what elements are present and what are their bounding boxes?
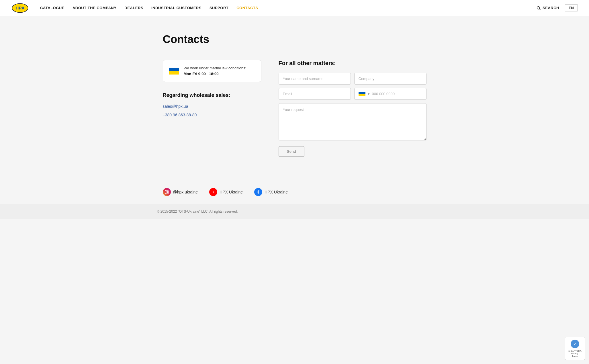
email-input[interactable] [279, 88, 351, 100]
instagram-icon [163, 188, 171, 196]
left-column: We work under martial law conditions: Mo… [163, 60, 261, 157]
svg-text:HPX: HPX [16, 5, 25, 10]
site-footer: @hpx.ukraine HPX Ukraine HPX Ukraine © 2… [0, 180, 589, 219]
phone-wrap: ▾ [354, 88, 426, 100]
instagram-link[interactable]: @hpx.ukraine [163, 188, 198, 196]
page-title: Contacts [163, 33, 426, 46]
instagram-handle: @hpx.ukraine [173, 190, 198, 194]
phone-flag [359, 92, 365, 96]
search-label: SEARCH [543, 6, 559, 10]
nav-dealers[interactable]: DEALERS [124, 6, 143, 10]
facebook-link[interactable]: HPX Ukraine [254, 188, 288, 196]
contact-form: For all other matters: ▾ Send [279, 60, 426, 157]
logo[interactable]: HPX [11, 3, 29, 13]
company-input[interactable] [354, 73, 426, 85]
wholesale-title: Regarding wholesale sales: [163, 92, 261, 98]
svg-marker-8 [213, 191, 214, 193]
footer-social: @hpx.ukraine HPX Ukraine HPX Ukraine [157, 180, 432, 204]
footer-copyright: © 2015-2022 "OTS-Ukraine" LLC. All right… [0, 204, 589, 219]
phone-link[interactable]: +380 96 863-88-80 [163, 113, 261, 117]
martial-law-text: We work under martial law conditions: Mo… [184, 65, 246, 77]
svg-point-7 [167, 191, 168, 191]
copyright-text: © 2015-2022 "OTS-Ukraine" LLC. All right… [157, 210, 432, 214]
language-button[interactable]: EN [565, 4, 578, 11]
phone-sep: ▾ [368, 92, 370, 96]
svg-rect-5 [165, 190, 169, 194]
content-grid: We work under martial law conditions: Mo… [163, 60, 426, 157]
nav-contacts[interactable]: CONTACTS [236, 6, 258, 10]
header-right: SEARCH EN [536, 4, 578, 11]
send-button[interactable]: Send [279, 146, 304, 157]
martial-law-box: We work under martial law conditions: Mo… [163, 60, 261, 82]
main-content: Contacts We work under martial law condi… [157, 16, 432, 180]
search-button[interactable]: SEARCH [536, 6, 559, 10]
ukraine-flag [169, 68, 179, 75]
svg-point-6 [166, 191, 168, 193]
youtube-link[interactable]: HPX Ukraine [209, 188, 243, 196]
email-link[interactable]: sales@hpx.ua [163, 104, 261, 109]
phone-input[interactable] [372, 88, 422, 99]
search-icon [536, 6, 541, 10]
facebook-handle: HPX Ukraine [265, 190, 288, 194]
facebook-icon [254, 188, 262, 196]
nav-catalogue[interactable]: CATALOGUE [40, 6, 64, 10]
nav-support[interactable]: SUPPORT [210, 6, 228, 10]
nav-industrial[interactable]: INDUSTRIAL CUSTOMERS [151, 6, 201, 10]
form-title: For all other matters: [279, 60, 426, 66]
name-input[interactable] [279, 73, 351, 85]
svg-line-4 [539, 9, 541, 10]
martial-law-hours: Mon-Fri 9:00 - 18:00 [184, 71, 246, 77]
form-row-1 [279, 73, 426, 85]
site-header: HPX CATALOGUE ABOUT THE COMPANY DEALERS … [0, 0, 589, 16]
nav-about[interactable]: ABOUT THE COMPANY [73, 6, 116, 10]
martial-law-notice: We work under martial law conditions: [184, 66, 246, 70]
youtube-icon [209, 188, 217, 196]
request-textarea[interactable] [279, 103, 426, 140]
form-row-2: ▾ [279, 88, 426, 100]
main-nav: CATALOGUE ABOUT THE COMPANY DEALERS INDU… [40, 6, 536, 10]
youtube-handle: HPX Ukraine [220, 190, 243, 194]
